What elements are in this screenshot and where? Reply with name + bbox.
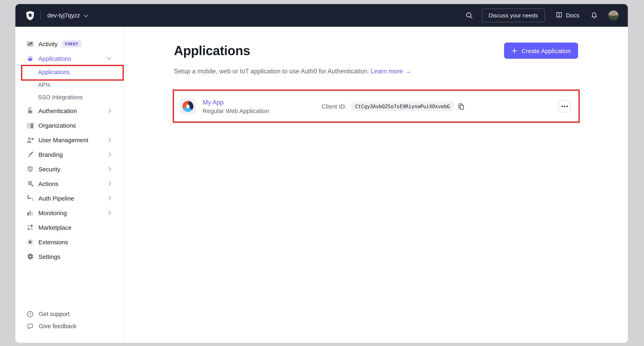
sidebar-subitem-apis[interactable]: APIs: [15, 78, 124, 91]
discuss-your-needs-button[interactable]: Discuss your needs: [482, 9, 545, 22]
sidebar-subitem-sso-integrations[interactable]: SSO Integrations: [15, 91, 124, 103]
help-circle-icon: ?: [26, 310, 34, 317]
sidebar-item-marketplace[interactable]: Marketplace: [15, 220, 124, 235]
sidebar-item-extensions[interactable]: Extensions: [15, 235, 124, 249]
topbar: dev-tyj7qyzz Discuss your needs Docs: [15, 4, 628, 27]
chat-bubble-icon: [26, 323, 34, 329]
plus-icon: [512, 48, 518, 54]
sidebar-item-branding[interactable]: Branding: [15, 147, 124, 162]
user-gear-icon: [26, 136, 34, 143]
chevron-right-icon: [108, 167, 111, 171]
create-application-button[interactable]: Create Application: [504, 43, 578, 59]
auth0-logo-icon[interactable]: [26, 11, 34, 20]
main-content: Applications Setup a mobile, web or IoT …: [124, 27, 628, 343]
flow-icon: [26, 180, 34, 187]
docs-link[interactable]: Docs: [556, 11, 579, 20]
sidebar-footer: ? Get support Give feedback: [15, 308, 124, 332]
sidebar-item-organizations[interactable]: Organizations: [15, 118, 124, 132]
chevron-down-icon: [84, 12, 88, 19]
application-card[interactable]: My App Regular Web Application Client ID…: [174, 92, 578, 121]
application-type: Regular Web Application: [203, 107, 322, 114]
application-name-block: My App Regular Web Application: [203, 99, 322, 114]
shield-check-icon: [26, 165, 34, 172]
sidebar-nav: Activity FIRST Applications Applicat: [15, 27, 124, 264]
topbar-divider: [40, 11, 41, 20]
first-badge: FIRST: [62, 40, 82, 47]
pipeline-icon: [26, 195, 34, 202]
sidebar-item-settings[interactable]: Settings: [15, 249, 124, 264]
application-logo: [180, 98, 196, 114]
chevron-right-icon: [108, 196, 111, 200]
search-icon[interactable]: [466, 12, 473, 19]
application-name-link[interactable]: My App: [203, 99, 322, 106]
gear-icon: [26, 253, 34, 260]
sidebar-item-auth-pipeline[interactable]: Auth Pipeline: [15, 191, 124, 205]
sidebar-item-label: Activity: [38, 40, 58, 47]
chevron-right-icon: [108, 152, 111, 156]
sidebar-item-monitoring[interactable]: Monitoring: [15, 205, 124, 220]
give-feedback-link[interactable]: Give feedback: [15, 320, 124, 332]
sidebar-item-applications[interactable]: Applications: [15, 51, 124, 66]
sidebar-subitem-applications[interactable]: Applications: [15, 66, 124, 78]
sidebar: Activity FIRST Applications Applicat: [15, 27, 124, 343]
sidebar-item-actions[interactable]: Actions: [15, 176, 124, 191]
client-id-label: Client ID:: [322, 103, 346, 110]
sidebar-item-authentication[interactable]: Authentication: [15, 103, 124, 118]
arrow-right-icon: →: [404, 68, 411, 75]
user-avatar[interactable]: [608, 10, 618, 21]
chevron-right-icon: [108, 181, 111, 186]
copy-icon[interactable]: [458, 103, 465, 110]
paintbrush-icon: [26, 151, 34, 158]
lock-icon: [26, 107, 34, 114]
chevron-right-icon: [108, 108, 111, 113]
chevron-down-icon: [107, 57, 111, 60]
application-menu-button[interactable]: [559, 100, 571, 113]
app-window: dev-tyj7qyzz Discuss your needs Docs: [15, 4, 628, 343]
tenant-switcher[interactable]: dev-tyj7qyzz: [47, 12, 88, 19]
sidebar-item-user-management[interactable]: User Management: [15, 132, 124, 147]
app-body: Activity FIRST Applications Applicat: [15, 27, 628, 343]
topbar-left: dev-tyj7qyzz: [26, 11, 88, 20]
building-icon: [26, 122, 34, 129]
sidebar-item-activity[interactable]: Activity FIRST: [15, 37, 124, 51]
sidebar-item-label: Applications: [38, 55, 71, 62]
notifications-bell-icon[interactable]: [590, 12, 598, 19]
chevron-right-icon: [108, 211, 111, 215]
sidebar-item-security[interactable]: Security: [15, 162, 124, 176]
grid-plus-icon: [26, 224, 34, 231]
chevron-right-icon: [108, 137, 111, 142]
get-support-link[interactable]: ? Get support: [15, 308, 124, 320]
chip-icon: [26, 238, 34, 245]
docs-label: Docs: [566, 12, 579, 19]
client-id-value: CtCqy3AvbQZSo7sE9RiynaPuiXOxvebG: [351, 102, 454, 111]
layers-icon: [26, 55, 34, 62]
tenant-name: dev-tyj7qyzz: [47, 12, 80, 19]
donut-logo-icon: [182, 101, 193, 112]
svg-text:?: ?: [29, 312, 31, 316]
learn-more-link[interactable]: Learn more: [371, 68, 403, 75]
client-id-group: Client ID: CtCqy3AvbQZSo7sE9RiynaPuiXOxv…: [322, 102, 465, 111]
book-icon: [556, 11, 563, 20]
activity-chart-icon: [26, 40, 34, 47]
page-subtitle: Setup a mobile, web or IoT application t…: [174, 67, 578, 75]
bar-chart-icon: [26, 209, 34, 216]
screen: dev-tyj7qyzz Discuss your needs Docs: [0, 0, 644, 346]
topbar-right: Discuss your needs Docs: [466, 9, 618, 22]
